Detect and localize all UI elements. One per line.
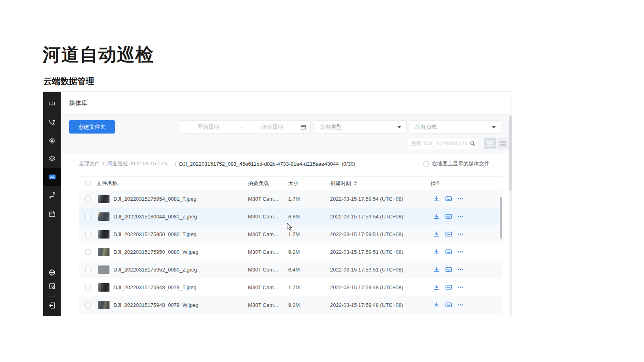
more-actions-icon[interactable]: [457, 249, 464, 255]
row-actions: [431, 249, 502, 255]
table-scrollbar-thumb[interactable]: [500, 197, 502, 239]
create-folder-button[interactable]: 创建文件夹: [69, 120, 115, 134]
row-checkbox[interactable]: [85, 267, 91, 272]
start-date-field[interactable]: 开始日期: [180, 123, 236, 131]
date-range-picker[interactable]: 开始日期 - 结束日期: [180, 120, 311, 134]
sidebar-item-media-library[interactable]: [43, 168, 61, 186]
projects-mountain-icon: [48, 99, 56, 107]
sidebar-item-logout[interactable]: [43, 296, 61, 314]
file-thumbnail[interactable]: [98, 248, 109, 256]
file-thumbnail[interactable]: [98, 283, 109, 292]
sort-icon[interactable]: [353, 181, 357, 186]
view-on-map-icon[interactable]: [445, 195, 452, 202]
row-checkbox[interactable]: [85, 302, 91, 308]
list-view-button[interactable]: [484, 138, 496, 149]
file-thumbnail[interactable]: [98, 212, 109, 221]
more-actions-icon[interactable]: [457, 302, 464, 308]
col-payload: 拍摄负载: [248, 180, 288, 187]
page-scrollbar-track[interactable]: [509, 115, 512, 317]
row-checkbox[interactable]: [85, 232, 91, 237]
search-box[interactable]: [407, 138, 479, 149]
logout-icon: [48, 302, 56, 309]
row-checkbox[interactable]: [85, 285, 91, 290]
download-icon[interactable]: [433, 302, 440, 308]
download-icon[interactable]: [433, 249, 440, 255]
download-icon[interactable]: [433, 195, 440, 202]
view-on-map-icon[interactable]: [445, 249, 452, 255]
media-library-icon: [48, 173, 56, 181]
breadcrumb-all-files[interactable]: 全部文件: [79, 160, 100, 167]
view-on-map-icon[interactable]: [445, 231, 452, 237]
table-row[interactable]: DJI_20220315175952_0080_Z.jpeg M30T Cam.…: [79, 261, 502, 278]
table-row[interactable]: DJI_20220315175954_0081_T.jpeg M30T Cam.…: [79, 190, 502, 208]
file-size: 9.2M: [288, 249, 330, 255]
col-size: 大小: [288, 180, 330, 187]
row-checkbox[interactable]: [85, 196, 91, 202]
view-on-map-icon[interactable]: [445, 213, 452, 220]
download-icon[interactable]: [433, 213, 440, 220]
select-all-checkbox[interactable]: [85, 181, 91, 186]
sidebar-item-layers[interactable]: [43, 150, 61, 167]
filter-toolbar: 创建文件夹 开始日期 - 结束日期 所有类型 所有负载: [61, 115, 512, 153]
payload-filter-value: 所有负载: [415, 123, 437, 131]
payload-filter-dropdown[interactable]: 所有负载: [410, 120, 501, 134]
file-name: DJI_20220315175950_0080_W.jpeg: [114, 249, 198, 255]
table-row[interactable]: DJI_20220315180044_0081_Z.jpeg M30T Cam.…: [79, 208, 502, 225]
more-actions-icon[interactable]: [457, 284, 464, 290]
table-row[interactable]: DJI_20220315175950_0080_W.jpeg M30T Cam.…: [79, 243, 502, 261]
view-on-map-icon[interactable]: [445, 302, 452, 308]
file-thumbnail[interactable]: [98, 301, 109, 309]
col-file-name: 文件名称: [97, 180, 248, 187]
page-scrollbar-thumb[interactable]: [509, 116, 512, 191]
download-icon[interactable]: [433, 266, 440, 273]
search-icon[interactable]: [470, 141, 475, 146]
table-row[interactable]: DJI_20220315175950_0080_T.jpeg M30T Cam.…: [79, 225, 502, 243]
more-actions-icon[interactable]: [457, 213, 464, 220]
row-actions: [431, 284, 502, 290]
show-on-map-toggle[interactable]: 在地图上显示的媒体文件: [423, 160, 489, 167]
more-actions-icon[interactable]: [457, 231, 464, 237]
file-payload: M30T Cam...: [248, 231, 288, 237]
file-size: 6.8M: [288, 214, 330, 220]
file-payload: M30T Cam...: [248, 214, 288, 220]
row-actions: [431, 266, 502, 273]
file-thumbnail[interactable]: [98, 230, 109, 239]
media-app-window: » 媒体库 创建文件夹 开始日期 - 结束日期 所有类型 所有负载: [43, 91, 512, 316]
sidebar-item-map-area[interactable]: [43, 132, 61, 149]
show-on-map-label: 在地图上显示的媒体文件: [432, 160, 489, 167]
content-area: 全部文件 / 河道巡检 2022-03-15 17:5... / DJI_202…: [61, 153, 512, 316]
file-size: 1.7M: [288, 196, 330, 202]
sidebar-item-projects[interactable]: [43, 94, 61, 112]
row-checkbox[interactable]: [85, 249, 91, 255]
table-row[interactable]: DJI_20220315175948_0079_W.jpeg M30T Cam.…: [79, 296, 502, 314]
more-actions-icon[interactable]: [457, 266, 464, 273]
type-filter-dropdown[interactable]: 所有类型: [315, 120, 407, 134]
table-row[interactable]: DJI_20220315175948_0079_T.jpeg M30T Cam.…: [79, 278, 502, 296]
file-thumbnail[interactable]: [98, 265, 109, 274]
show-on-map-checkbox[interactable]: [423, 161, 429, 167]
flight-plan-calendar-icon: [48, 210, 56, 218]
search-input[interactable]: [410, 140, 470, 147]
task-log-icon: [48, 282, 56, 290]
view-toggle: [484, 138, 509, 149]
more-actions-icon[interactable]: [457, 195, 464, 202]
row-checkbox[interactable]: [85, 214, 91, 219]
route-icon: [48, 191, 56, 199]
row-actions: [431, 231, 502, 237]
file-size: 1.7M: [288, 284, 330, 290]
sidebar-item-flight-plan[interactable]: [43, 205, 61, 223]
sidebar-item-devices[interactable]: [43, 113, 61, 131]
download-icon[interactable]: [433, 231, 440, 237]
devices-icon: [48, 119, 56, 126]
file-size: 1.7M: [288, 231, 330, 237]
grid-view-button[interactable]: [497, 138, 509, 149]
map-area-icon: [48, 137, 56, 144]
file-thumbnail[interactable]: [98, 195, 109, 203]
download-icon[interactable]: [433, 284, 440, 290]
sidebar-item-task-log[interactable]: [43, 277, 61, 295]
sidebar-item-route[interactable]: [43, 186, 61, 204]
view-on-map-icon[interactable]: [445, 266, 452, 273]
end-date-field[interactable]: 结束日期: [244, 123, 300, 131]
view-on-map-icon[interactable]: [445, 284, 452, 290]
breadcrumb-folder[interactable]: 河道巡检 2022-03-15 17:5...: [107, 160, 172, 167]
